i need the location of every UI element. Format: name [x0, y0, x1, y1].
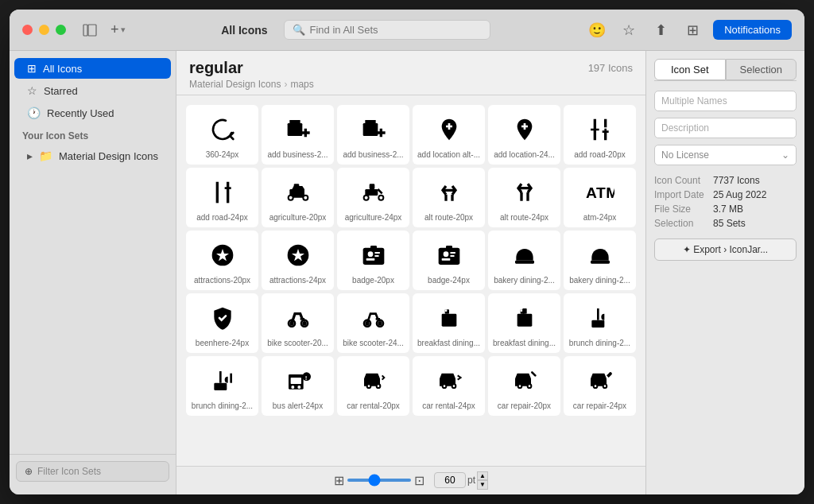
filter-icon: ⊕ [25, 466, 33, 477]
size-up-button[interactable]: ▲ [477, 471, 488, 481]
icon-cell-brunch1[interactable]: brunch dining-2... [564, 293, 636, 353]
sidebar-toggle-button[interactable] [79, 21, 101, 39]
icon-cell-badge2[interactable]: badge-24px [413, 231, 485, 290]
add-button[interactable]: + ▾ [110, 21, 126, 38]
svg-text:!: ! [304, 374, 307, 382]
icon-cell-add-road1[interactable]: add road-20px [564, 105, 636, 165]
sidebar-item-material[interactable]: ▸ 📁 Material Design Icons [14, 145, 171, 166]
icon-label-attractions1: attractions-20px [194, 276, 250, 285]
svg-rect-45 [374, 252, 380, 254]
svg-rect-68 [517, 314, 532, 327]
size-input[interactable] [434, 472, 466, 488]
description-field[interactable]: Description [654, 118, 797, 138]
icon-cell-breakfast2[interactable]: breakfast dining... [488, 293, 560, 353]
icon-cell-alt-route1[interactable]: alt route-20px [413, 168, 485, 227]
icon-cell-beenhere[interactable]: beenhere-24px [186, 293, 258, 353]
notifications-button[interactable]: Notifications [713, 20, 792, 40]
svg-rect-47 [366, 258, 374, 261]
icon-label-car-repair1: car repair-20px [498, 401, 551, 410]
icons-grid-container[interactable]: 360-24px add business-2... [176, 95, 645, 466]
sidebar-item-all-icons[interactable]: ⊞ All Icons [14, 58, 171, 79]
search-input[interactable] [310, 24, 482, 36]
plus-icon: + [110, 21, 119, 38]
license-select[interactable]: No License ⌄ [654, 145, 797, 165]
right-panel: Icon Set Selection Multiple Names Descri… [645, 51, 804, 494]
icon-agriculture2-svg [358, 176, 390, 208]
grid-size-slider[interactable] [347, 479, 411, 482]
icon-cell-bus-alert[interactable]: ! bus alert-24px [262, 356, 334, 416]
icon-label-bakery2: bakery dining-2... [569, 276, 630, 285]
icon-cell-alt-route2[interactable]: alt route-24px [488, 168, 560, 227]
filter-icon-sets[interactable]: ⊕ Filter Icon Sets [16, 461, 169, 482]
icon-cell-car-rental2[interactable]: car rental-24px [413, 356, 485, 416]
close-button[interactable] [22, 25, 33, 35]
svg-rect-78 [290, 378, 300, 384]
icon-cell-agriculture1[interactable]: agriculture-20px [262, 168, 334, 227]
icon-car-repair2-svg [584, 365, 616, 397]
icon-cell-bike-scooter2[interactable]: bike scooter-24... [337, 293, 409, 353]
breadcrumb-current: maps [290, 79, 313, 90]
svg-rect-29 [293, 184, 299, 189]
icon-cell-360[interactable]: 360-24px [186, 105, 258, 165]
sidebar-item-recently[interactable]: 🕐 Recently Used [14, 103, 171, 123]
icon-cell-brunch2[interactable]: brunch dining-2... [186, 356, 258, 416]
sidebar-item-starred[interactable]: ☆ Starred [14, 80, 171, 101]
icon-cell-bakery2[interactable]: bakery dining-2... [564, 231, 636, 290]
icon-cell-car-repair2[interactable]: car repair-24px [564, 356, 636, 416]
grid-small-button[interactable]: ⊞ [334, 473, 344, 488]
svg-rect-28 [289, 189, 302, 196]
icon-cell-atm[interactable]: ATM atm-24px [564, 168, 636, 227]
icon-cell-car-repair1[interactable]: car repair-20px [488, 356, 560, 416]
icon-cell-bakery1[interactable]: bakery dining-2... [488, 231, 560, 290]
icon-cell-bike-scooter1[interactable]: bike scooter-20... [262, 293, 334, 353]
search-icon: 🔍 [293, 24, 305, 36]
icon-car-rental1-svg [358, 365, 390, 397]
maximize-button[interactable] [56, 25, 66, 35]
icon-cell-add-road2[interactable]: add road-24px [186, 168, 258, 227]
svg-rect-49 [438, 248, 459, 265]
svg-rect-3 [289, 120, 300, 123]
multiple-names-field[interactable]: Multiple Names [654, 91, 797, 111]
emoji-button[interactable]: 🙂 [586, 19, 608, 41]
bookmark-button[interactable]: ☆ [618, 19, 640, 41]
window-title: All Icons [221, 24, 267, 37]
svg-point-86 [377, 385, 379, 387]
grid-size-controls: ⊞ ⊡ [334, 473, 424, 488]
tab-icon-set[interactable]: Icon Set [654, 59, 726, 80]
breadcrumb-separator: › [284, 79, 287, 90]
icon-cell-attractions1[interactable]: attractions-20px [186, 231, 258, 290]
icon-label-add-business1: add business-2... [267, 150, 328, 159]
icon-cell-add-business1[interactable]: add business-2... [262, 105, 334, 165]
search-bar[interactable]: 🔍 [284, 20, 490, 40]
svg-point-44 [367, 251, 373, 257]
icon-cell-add-location-alt[interactable]: add location alt-... [413, 105, 485, 165]
icon-cell-add-business2[interactable]: add business-2... [337, 105, 409, 165]
tab-selection[interactable]: Selection [726, 59, 797, 80]
svg-rect-35 [369, 184, 374, 189]
sidebar: ⊞ All Icons ☆ Starred 🕐 Recently Used Yo… [10, 51, 176, 494]
icon-cell-agriculture2[interactable]: agriculture-24px [337, 168, 409, 227]
icon-cell-car-rental1[interactable]: car rental-20px [337, 356, 409, 416]
layout-button[interactable]: ⊞ [681, 19, 704, 41]
icon-cell-breakfast1[interactable]: breakfast dining... [413, 293, 485, 353]
export-button[interactable]: ✦ Export › IconJar... [654, 238, 797, 261]
share-button[interactable]: ⬆ [649, 19, 672, 41]
minimize-button[interactable] [39, 25, 49, 35]
size-down-button[interactable]: ▼ [477, 480, 488, 490]
file-size-label: File Size [654, 204, 710, 215]
svg-point-63 [366, 322, 368, 324]
info-row-import-date: Import Date 25 Aug 2022 [654, 189, 797, 200]
import-date-value: 25 Aug 2022 [713, 189, 766, 200]
icon-label-car-rental1: car rental-20px [347, 401, 400, 410]
icon-add-location-svg [509, 114, 541, 145]
icon-cell-attractions2[interactable]: attractions-24px [262, 231, 334, 290]
icon-add-road1-svg [584, 114, 616, 145]
grid-large-button[interactable]: ⊡ [414, 473, 424, 488]
svg-rect-71 [522, 308, 526, 314]
breadcrumb-link1[interactable]: Material Design Icons [189, 79, 281, 90]
main-content: ⊞ All Icons ☆ Starred 🕐 Recently Used Yo… [10, 51, 804, 494]
icon-cell-add-location[interactable]: add location-24... [488, 105, 560, 165]
icon-bakery2-svg [584, 239, 616, 271]
icon-cell-badge1[interactable]: badge-20px [337, 231, 409, 290]
icon-alt-route2-svg [509, 176, 541, 208]
